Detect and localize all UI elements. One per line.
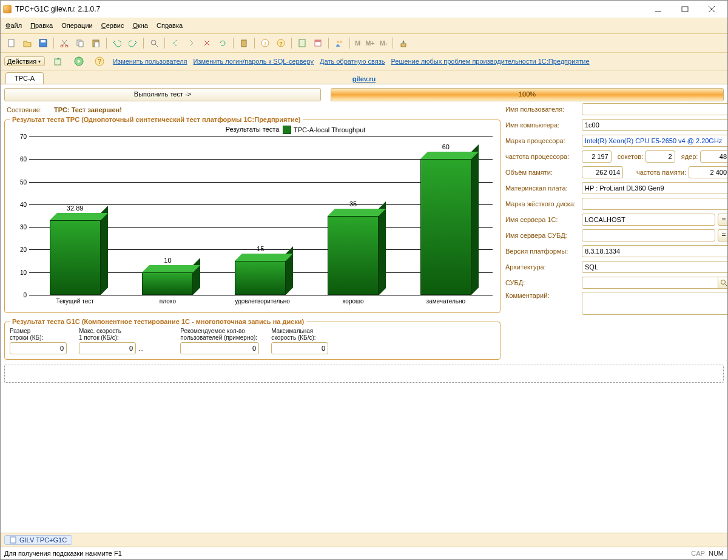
svg-text:?: ?	[98, 58, 101, 65]
save-icon[interactable]	[36, 36, 50, 50]
tabstrip: TPC-A gilev.ru	[1, 70, 727, 84]
close-button[interactable]	[698, 1, 725, 18]
prop-core-label: ядер:	[681, 153, 698, 160]
header-link[interactable]: gilev.ru	[1, 75, 727, 83]
prop-sock-label: сокетов:	[618, 153, 643, 160]
menu-operations[interactable]: Операции	[61, 22, 92, 29]
undo-icon[interactable]	[110, 36, 124, 50]
prop-srvdb-value[interactable]	[582, 229, 715, 241]
svg-rect-34	[10, 537, 16, 543]
prop-mb-value[interactable]: HP : ProLiant DL360 Gen9	[582, 182, 727, 194]
users-icon[interactable]	[332, 36, 346, 50]
calc-icon[interactable]	[295, 36, 309, 50]
prop-arch-value[interactable]: SQL	[582, 261, 727, 273]
nav-refresh-icon[interactable]	[215, 36, 230, 50]
prop-cpu-value[interactable]: Intel(R) Xeon(R) CPU E5-2650 v4 @ 2.20GH…	[582, 135, 727, 147]
tpc-result-group: Результат теста TPC (Однопоточный синтет…	[4, 116, 500, 313]
m-toggle[interactable]: M	[355, 39, 360, 47]
menu-edit[interactable]: Правка	[30, 22, 53, 29]
redo-icon[interactable]	[126, 36, 140, 50]
g1c-c3-label: Рекомендуемое кол-во пользователей (прим…	[180, 328, 259, 341]
prop-ver-label: Версия платформы:	[505, 248, 579, 255]
content-area: Выполнить тест -> 100% Состояние: TPC: Т…	[1, 84, 727, 533]
prop-ramf-label: частота памяти:	[636, 169, 686, 176]
play-icon[interactable]	[72, 55, 86, 68]
svg-point-25	[337, 41, 339, 43]
dbms-lookup-button[interactable]	[718, 277, 727, 289]
cut-icon[interactable]	[57, 36, 72, 50]
open-icon[interactable]	[20, 36, 35, 50]
help2-icon[interactable]: ?	[92, 55, 107, 68]
info-icon[interactable]: i	[258, 36, 272, 50]
g1c-c2-more[interactable]: ...	[138, 345, 144, 352]
menu-file[interactable]: Файл	[5, 22, 22, 29]
srv1c-calc-button[interactable]: =	[718, 214, 727, 226]
paste-icon[interactable]	[89, 36, 103, 50]
prop-ramf-value[interactable]: 2 400	[689, 166, 727, 178]
copy-icon[interactable]	[73, 36, 87, 50]
srvdb-calc-button[interactable]: =	[718, 229, 727, 241]
prop-user-value[interactable]	[582, 103, 727, 115]
nav-fwd-icon[interactable]	[184, 36, 198, 50]
menu-service[interactable]: Сервис	[101, 22, 124, 29]
prop-comm-value[interactable]	[582, 292, 727, 315]
svg-text:i: i	[265, 40, 266, 47]
nav-stop-icon[interactable]	[200, 36, 214, 50]
minimize-button[interactable]	[645, 1, 672, 18]
find-icon[interactable]	[147, 36, 161, 50]
g1c-c2-label: Макс. скорость 1 поток (КБ/с):	[79, 328, 144, 341]
svg-rect-1	[682, 7, 688, 12]
link-feedback[interactable]: Дать обратную связь	[320, 58, 385, 65]
link-change-user[interactable]: Изменить пользователя	[113, 58, 187, 65]
window-tabs-footer: GILV TPC+G1C	[1, 533, 727, 547]
chart-bar: 35хорошо	[328, 216, 379, 295]
g1c-c1-label: Размер строки (КБ):	[10, 328, 67, 341]
prop-ver-value[interactable]: 8.3.18.1334	[582, 245, 727, 257]
g1c-c4-label: Максимальная скорость (КБ/с):	[271, 328, 328, 341]
nav-back-icon[interactable]	[168, 36, 183, 50]
link-change-sql-login[interactable]: Изменить логин/пароль к SQL-серверу	[194, 58, 314, 65]
menu-windows[interactable]: Окна	[132, 22, 148, 29]
prop-hdd-value[interactable]	[582, 198, 727, 210]
tpc-result-legend: Результат теста TPC (Однопоточный синтет…	[10, 116, 303, 123]
actions-dropdown[interactable]: Действия▾	[4, 56, 45, 66]
chart-title: Результаты теста	[10, 126, 495, 133]
link-solve-problems[interactable]: Решение любых проблем производительности…	[391, 58, 590, 65]
chart-bar: 15удовлетворительно	[235, 261, 286, 295]
calendar-icon[interactable]	[311, 36, 325, 50]
prop-core-value[interactable]: 48	[700, 150, 727, 163]
g1c-c4-value: 0	[271, 342, 328, 354]
menu-help[interactable]: Справка	[157, 22, 183, 29]
clipboard-icon[interactable]	[237, 36, 251, 50]
prop-sock-value[interactable]: 2	[645, 150, 675, 163]
g1c-c1-value: 0	[10, 342, 67, 354]
status-bar: Для получения подсказки нажмите F1 CAPNU…	[1, 547, 727, 559]
tab-tpc-a[interactable]: TPC-A	[5, 72, 44, 84]
svg-line-33	[725, 284, 727, 286]
maximize-button[interactable]	[672, 1, 698, 18]
prop-comp-value[interactable]: 1c00	[582, 119, 727, 131]
export-icon[interactable]	[51, 55, 66, 68]
svg-text:?: ?	[279, 41, 282, 47]
run-test-button[interactable]: Выполнить тест ->	[4, 88, 321, 101]
svg-rect-28	[55, 59, 61, 65]
window-tab-gilv[interactable]: GILV TPC+G1C	[4, 535, 72, 545]
help-icon[interactable]: ?	[274, 36, 288, 50]
new-icon[interactable]	[4, 36, 19, 50]
settings-icon[interactable]	[396, 36, 411, 50]
prop-freq-label: частота процессора:	[505, 153, 579, 160]
secondary-toolbar: Действия▾ ? Изменить пользователя Измени…	[1, 53, 727, 70]
prop-freq-value[interactable]: 2 197	[582, 150, 612, 163]
m-plus-toggle[interactable]: M+	[365, 39, 375, 47]
svg-rect-22	[299, 39, 305, 47]
chart-bar: 60замечательно	[420, 159, 471, 295]
m-minus-toggle[interactable]: M-	[380, 39, 388, 47]
prop-dbms-value[interactable]	[582, 277, 718, 289]
svg-rect-12	[95, 42, 99, 47]
status-label: Состояние:	[7, 106, 42, 113]
g1c-c3-value: 0	[180, 342, 259, 354]
prop-ram-value[interactable]: 262 014	[582, 166, 623, 178]
tpc-chart: Результаты теста TPC-A-local Throughput …	[10, 126, 495, 308]
chart-bar: 10плохо	[142, 272, 193, 295]
prop-srv1c-value[interactable]: LOCALHOST	[582, 214, 715, 226]
